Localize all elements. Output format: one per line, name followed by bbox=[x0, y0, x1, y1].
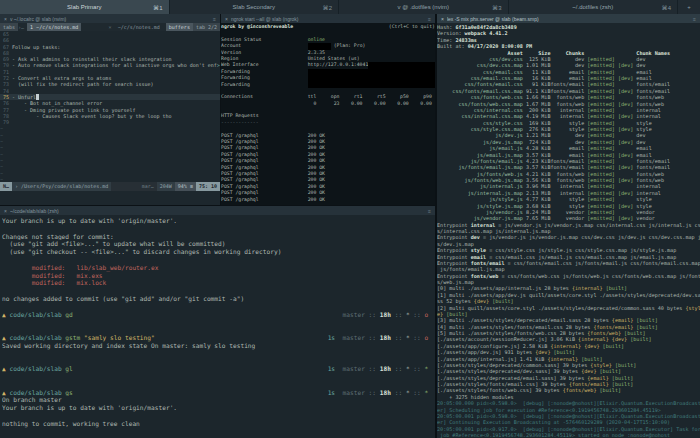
terminal-line bbox=[2, 256, 432, 264]
tab-shortcut: ⌘1 bbox=[153, 4, 162, 11]
pane-title-bar: × ~/code/slab/slab (zsh) ≡ bbox=[0, 206, 435, 215]
tab-slab-primary[interactable]: Slab Primary ⌘1 bbox=[0, 0, 170, 14]
vim-buffer: 65 66 67 Follow up tasks: 68 69 - Ask al… bbox=[0, 31, 220, 182]
tab-shortcut: ⌘2 bbox=[323, 4, 332, 11]
terminal-line: Saved working directory and index state … bbox=[2, 342, 432, 350]
menu-icon[interactable]: ≡ bbox=[428, 208, 431, 214]
window-tab-bar: Slab Primary ⌘1 Slab Secondary ⌘2 v @ .d… bbox=[0, 0, 700, 14]
tab-shortcut: ⌘3 bbox=[492, 4, 501, 11]
close-icon[interactable]: × bbox=[4, 208, 7, 214]
terminal-line: Entrypoint dev = js/vendor.js js/vendor.… bbox=[437, 234, 700, 240]
terminal-line: tabs ›… 1 ~/c/s/notes.md × ~/c/s/notes.m… bbox=[0, 23, 220, 31]
pane-title: ~/code/slab/slab (zsh) bbox=[10, 208, 425, 214]
pane-vim-notes[interactable]: × v ~/.localrc @ slab (nvim) ≡ tabs ›… 1… bbox=[0, 14, 221, 205]
vim-tabline: tabs ›… 1 ~/c/s/notes.md × ~/c/s/notes.m… bbox=[0, 23, 220, 31]
terminal-line: ▲ code/slab/slab gl1s master :: 18h :: *… bbox=[2, 365, 432, 373]
terminal-line bbox=[2, 350, 432, 358]
terminal-line: POST /graphql 200 OK bbox=[221, 197, 435, 203]
pane-title-bar: × ngrok start --all @ slab (ngrok) ≡ bbox=[221, 14, 435, 23]
menu-icon[interactable]: ≡ bbox=[213, 16, 216, 22]
terminal-line: no changes added to commit (use "git add… bbox=[2, 295, 432, 303]
pane-title-bar: × v ~/.localrc @ slab (nvim) ≡ bbox=[0, 14, 220, 23]
close-icon[interactable]: × bbox=[225, 16, 228, 22]
terminal-line: On branch master bbox=[2, 396, 432, 404]
terminal-line: modified: mix.exs bbox=[2, 272, 432, 280]
tab-shortcut: ⌘4 bbox=[662, 4, 671, 11]
terminal-line: Forwarding bbox=[221, 82, 435, 88]
terminal-line: Your branch is up to date with 'origin/m… bbox=[2, 404, 432, 412]
terminal-line bbox=[2, 326, 432, 334]
terminal-line: ▲ code/slab/slab gs1s master :: 18h :: *… bbox=[2, 389, 432, 397]
new-tab-button[interactable]: + bbox=[678, 0, 700, 14]
terminal-line bbox=[2, 412, 432, 420]
pane-title: v ~/.localrc @ slab (nvim) bbox=[10, 16, 210, 22]
tab-slab-secondary[interactable]: Slab Secondary ⌘2 bbox=[170, 0, 340, 14]
ngrok-output: ngrok by @inconshreveable(Ctrl+C to quit… bbox=[221, 23, 435, 203]
pane-title: lex -S mix phx.server @ slab (beam.smp) bbox=[447, 16, 690, 22]
pane-title: ngrok start --all @ slab (ngrok) bbox=[231, 16, 425, 22]
terminal-line: (use "git checkout -- <file>..." to disc… bbox=[2, 248, 432, 256]
terminal-line bbox=[2, 357, 432, 365]
tab-dotfiles-nvim[interactable]: v @ .dotfiles (nvim) ⌘3 bbox=[339, 0, 509, 14]
pane-title-bar: × lex -S mix phx.server @ slab (beam.smp… bbox=[437, 14, 700, 23]
terminal-line: Your branch is up to date with 'origin/m… bbox=[2, 217, 432, 225]
terminal-line: [2] multi quill/assets/core.styl ./asset… bbox=[437, 305, 700, 311]
terminal-window: Slab Primary ⌘1 Slab Secondary ⌘2 v @ .d… bbox=[0, 0, 700, 438]
menu-icon[interactable]: ≡ bbox=[428, 16, 431, 22]
terminal-line bbox=[2, 373, 432, 381]
terminal-line bbox=[2, 225, 432, 233]
close-icon[interactable]: × bbox=[441, 16, 444, 22]
terminal-line bbox=[2, 318, 432, 326]
tab-label: Slab Secondary bbox=[170, 4, 339, 10]
terminal-line: nothing to commit, working tree clean bbox=[2, 420, 432, 428]
terminal-line: 0 23 0.00 0.00 0.00 0.00 bbox=[221, 101, 435, 107]
terminal-line: ▲ code/slab/slab gdmaster :: 18h :: * ::… bbox=[2, 311, 432, 319]
terminal-line: modified: lib/slab_web/router.ex bbox=[2, 264, 432, 272]
pane-ngrok[interactable]: × ngrok start --all @ slab (ngrok) ≡ ngr… bbox=[221, 14, 436, 205]
terminal-line bbox=[2, 381, 432, 389]
pane-build-server[interactable]: × lex -S mix phx.server @ slab (beam.smp… bbox=[437, 14, 700, 438]
terminal-line: Entrypoint fonts/web = css/fonts/web.css… bbox=[437, 273, 700, 279]
terminal-line: Changes not staged for commit: bbox=[2, 233, 432, 241]
terminal-line bbox=[2, 287, 432, 295]
git-output: Your branch is up to date with 'origin/m… bbox=[0, 215, 435, 428]
terminal-line: job #Reference<0.1919456748.293601284.45… bbox=[437, 432, 700, 438]
terminal-line: (use "git add <file>..." to update what … bbox=[2, 240, 432, 248]
tab-dotfiles-zsh[interactable]: ~/.dotfiles (zsh) ⌘4 bbox=[509, 0, 679, 14]
terminal-line: ▲ code/slab/slab gstm "samly slo testing… bbox=[2, 334, 432, 342]
tab-label: ~/.dotfiles (zsh) bbox=[509, 4, 678, 10]
terminal-line: 70 - Auto remove slack integrations for … bbox=[0, 62, 220, 68]
menu-icon[interactable]: ≡ bbox=[693, 16, 696, 22]
tab-label: Slab Primary bbox=[0, 4, 169, 10]
terminal-line: N… › /Users/Psy/code/slab/notes.md mar… … bbox=[0, 182, 220, 191]
vim-statusline: N… › /Users/Psy/code/slab/notes.md mar… … bbox=[0, 182, 220, 191]
pane-git-shell[interactable]: × ~/code/slab/slab (zsh) ≡ Your branch i… bbox=[0, 205, 436, 438]
terminal-line bbox=[2, 303, 432, 311]
close-icon[interactable]: × bbox=[4, 16, 7, 22]
terminal-line: ngrok by @inconshreveable(Ctrl+C to quit… bbox=[221, 24, 435, 30]
build-output: Hash: 6f31a0e84f2da8cb3489Version: webpa… bbox=[437, 23, 700, 438]
tab-label: v @ .dotfiles (nvim) bbox=[339, 4, 508, 10]
terminal-line: modified: mix.lock bbox=[2, 279, 432, 287]
